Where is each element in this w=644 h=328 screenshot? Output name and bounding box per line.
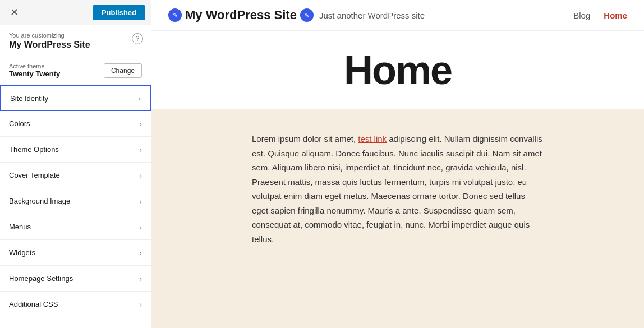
site-title-group: ✎ My WordPress Site ✎ Just another WordP… (168, 8, 425, 22)
chevron-right-icon: › (139, 274, 142, 283)
close-button[interactable]: ✕ (6, 4, 23, 21)
active-theme-text: Active theme Twenty Twenty (9, 63, 60, 78)
sidebar-item-menus[interactable]: Menus› (0, 214, 151, 240)
customizing-label: You are customizing (9, 32, 142, 39)
help-icon[interactable]: ? (132, 33, 143, 44)
site-header: ✎ My WordPress Site ✎ Just another WordP… (151, 0, 644, 31)
content-body-after: adipiscing elit. Nullam dignissim conval… (252, 134, 542, 244)
chevron-right-icon: › (139, 119, 142, 128)
active-theme-section: Active theme Twenty Twenty Change (0, 56, 151, 85)
sidebar-item-theme-options[interactable]: Theme Options› (0, 137, 151, 163)
edit-site-title-icon[interactable]: ✎ (168, 8, 182, 22)
chevron-right-icon: › (138, 94, 141, 103)
chevron-right-icon: › (139, 171, 142, 180)
hero-title: Home (344, 47, 452, 93)
content-section: Lorem ipsum dolor sit amet, test link ad… (151, 109, 644, 328)
menu-list: Site Identity›Colors›Theme Options›Cover… (0, 85, 151, 317)
content-body-before: Lorem ipsum dolor sit amet, (252, 134, 358, 144)
sidebar-item-label-theme-options: Theme Options (9, 145, 139, 154)
chevron-right-icon: › (139, 145, 142, 154)
content-text: Lorem ipsum dolor sit amet, test link ad… (252, 132, 544, 246)
sidebar-item-label-homepage-settings: Homepage Settings (9, 274, 139, 283)
site-tagline: Just another WordPress site (319, 11, 425, 20)
sidebar-item-label-widgets: Widgets (9, 248, 139, 257)
sidebar-item-label-additional-css: Additional CSS (9, 300, 139, 308)
nav-link-home[interactable]: Home (604, 11, 627, 20)
site-nav: BlogHome (573, 11, 627, 20)
sidebar-item-homepage-settings[interactable]: Homepage Settings› (0, 266, 151, 292)
sidebar-item-site-identity[interactable]: Site Identity› (0, 85, 151, 111)
customizing-site-name: My WordPress Site (9, 40, 142, 50)
chevron-right-icon: › (139, 223, 142, 232)
close-icon: ✕ (10, 7, 19, 18)
chevron-right-icon: › (139, 248, 142, 257)
main-preview: ✎ My WordPress Site ✎ Just another WordP… (151, 0, 644, 328)
sidebar-item-label-cover-template: Cover Template (9, 171, 139, 179)
chevron-right-icon: › (139, 300, 142, 309)
hero-section: Home (151, 31, 644, 109)
sidebar-item-label-site-identity: Site Identity (10, 94, 138, 103)
edit-tagline-icon[interactable]: ✎ (300, 8, 314, 22)
sidebar-item-cover-template[interactable]: Cover Template› (0, 163, 151, 188)
sidebar-item-label-colors: Colors (9, 119, 139, 128)
sidebar-item-widgets[interactable]: Widgets› (0, 240, 151, 266)
site-title: My WordPress Site (185, 8, 297, 22)
active-theme-label: Active theme (9, 63, 60, 70)
published-button[interactable]: Published (93, 5, 145, 20)
nav-link-blog[interactable]: Blog (573, 11, 590, 20)
chevron-right-icon: › (139, 197, 142, 206)
sidebar-item-label-background-image: Background Image (9, 197, 139, 205)
test-link[interactable]: test link (358, 134, 387, 144)
change-theme-button[interactable]: Change (104, 63, 142, 78)
sidebar-item-background-image[interactable]: Background Image› (0, 188, 151, 214)
theme-name: Twenty Twenty (9, 70, 60, 78)
sidebar-item-additional-css[interactable]: Additional CSS› (0, 292, 151, 317)
sidebar: ✕ Published You are customizing My WordP… (0, 0, 151, 328)
sidebar-item-colors[interactable]: Colors› (0, 111, 151, 137)
sidebar-item-label-menus: Menus (9, 223, 139, 231)
customizing-info: You are customizing My WordPress Site ? (0, 25, 151, 56)
sidebar-topbar: ✕ Published (0, 0, 151, 25)
